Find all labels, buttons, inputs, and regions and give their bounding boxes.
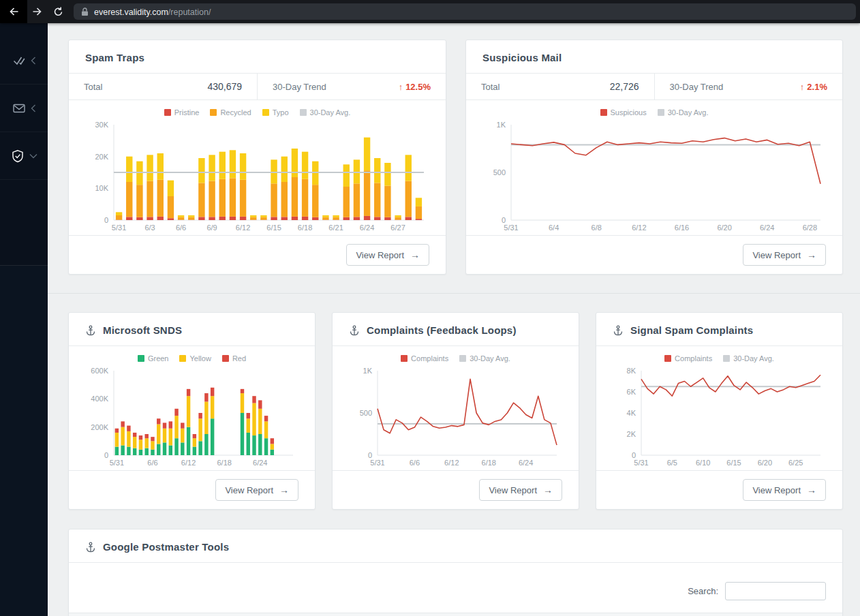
column-domain[interactable]: Domain ⇅ bbox=[69, 613, 239, 616]
trend-label: 30-Day Trend bbox=[670, 82, 724, 92]
chart-legend: Pristine Recycled Typo 30-Day Avg. bbox=[82, 108, 432, 117]
legend-label: Red bbox=[232, 354, 246, 363]
url-bar[interactable]: everest.validity.com/reputation/ bbox=[74, 3, 856, 20]
total-stat: Total 22,726 bbox=[466, 74, 654, 99]
spam-traps-card: Spam Traps Total 430,679 30-Day Trend ↑ … bbox=[68, 40, 446, 275]
stats-row: Total 22,726 30-Day Trend ↑ 2.1% bbox=[466, 74, 842, 100]
sidebar-item-mail[interactable] bbox=[0, 84, 48, 132]
view-report-button[interactable]: View Report → bbox=[479, 479, 562, 501]
legend-item: Yellow bbox=[179, 354, 211, 363]
legend-item: Complaints bbox=[401, 354, 448, 363]
svg-text:6/20: 6/20 bbox=[717, 224, 731, 232]
legend-label: Pristine bbox=[174, 108, 200, 117]
card-header: Suspicious Mail bbox=[466, 40, 842, 74]
card-header: Signal Spam Complaints bbox=[596, 313, 842, 346]
svg-text:6/16: 6/16 bbox=[675, 224, 689, 232]
chevron-down-icon bbox=[29, 153, 37, 159]
card-title: Signal Spam Complaints bbox=[630, 324, 753, 336]
forward-button[interactable] bbox=[27, 2, 48, 21]
envelope-icon bbox=[12, 102, 26, 115]
refresh-button[interactable] bbox=[48, 2, 68, 21]
signal-spam-card: Signal Spam Complaints Complaints 30-Day… bbox=[596, 312, 843, 510]
card-title: Suspicious Mail bbox=[482, 52, 562, 63]
chart-legend: Suspicious 30-Day Avg. bbox=[480, 108, 829, 117]
svg-text:6/27: 6/27 bbox=[390, 224, 405, 232]
svg-text:6/12: 6/12 bbox=[236, 224, 250, 232]
column-dkim[interactable]: DKIM ? ⇅ bbox=[510, 613, 588, 616]
svg-text:5/31: 5/31 bbox=[634, 459, 648, 467]
legend-item: 30-Day Avg. bbox=[300, 108, 351, 117]
postmaster-table: Domain ⇅ Reputation SPF ? bbox=[69, 613, 842, 616]
view-report-button[interactable]: View Report → bbox=[743, 244, 826, 266]
svg-text:600K: 600K bbox=[91, 367, 108, 375]
legend-item: Complaints bbox=[664, 354, 712, 363]
view-report-label: View Report bbox=[489, 485, 537, 495]
trend-value: ↑ 12.5% bbox=[399, 82, 431, 92]
legend-label: 30-Day Avg. bbox=[470, 354, 510, 363]
svg-text:5/31: 5/31 bbox=[504, 224, 518, 232]
card-footer: View Report → bbox=[596, 470, 842, 509]
view-report-label: View Report bbox=[356, 250, 404, 260]
svg-text:6/24: 6/24 bbox=[519, 459, 533, 467]
column-dmarc[interactable]: DMARC ? ⇅ bbox=[588, 613, 674, 616]
legend-item: 30-Day Avg. bbox=[459, 354, 510, 363]
svg-text:0: 0 bbox=[104, 216, 108, 224]
forward-arrow-icon bbox=[31, 5, 44, 18]
legend-item: Suspicious bbox=[600, 108, 647, 117]
url-path: /reputation/ bbox=[168, 7, 211, 17]
card-footer: View Report → bbox=[69, 235, 446, 274]
column-reputation: Reputation bbox=[239, 613, 435, 616]
svg-text:6K: 6K bbox=[627, 388, 636, 396]
sidebar-item-reputation[interactable] bbox=[0, 132, 48, 180]
sidebar-item-validation[interactable] bbox=[0, 37, 48, 84]
google-postmaster-card: Google Postmaster Tools Search: Domain bbox=[68, 529, 843, 616]
legend-swatch bbox=[600, 109, 607, 116]
lock-icon bbox=[81, 7, 89, 16]
legend-label: Yellow bbox=[189, 354, 211, 363]
legend-item: Green bbox=[138, 354, 169, 363]
card-header: Spam Traps bbox=[69, 40, 446, 74]
chevron-left-icon bbox=[31, 104, 36, 112]
stats-row: Total 430,679 30-Day Trend ↑ 12.5% bbox=[69, 74, 446, 100]
svg-text:6/24: 6/24 bbox=[760, 224, 774, 232]
svg-text:500: 500 bbox=[360, 409, 372, 417]
trend-up-icon: ↑ bbox=[800, 82, 805, 92]
trend-label: 30-Day Trend bbox=[273, 82, 326, 92]
svg-text:0: 0 bbox=[104, 451, 108, 459]
back-button[interactable] bbox=[0, 0, 27, 23]
sidebar bbox=[0, 23, 48, 616]
sidebar-nav bbox=[0, 23, 48, 266]
svg-text:1K: 1K bbox=[497, 121, 506, 129]
view-report-button[interactable]: View Report → bbox=[346, 244, 429, 266]
column-spf[interactable]: SPF ? ⇅ bbox=[435, 613, 510, 616]
card-title: Google Postmaster Tools bbox=[103, 541, 229, 553]
sidebar-lower-panel bbox=[0, 266, 48, 616]
svg-text:6/20: 6/20 bbox=[758, 459, 772, 467]
svg-text:6/18: 6/18 bbox=[298, 224, 312, 232]
legend-label: Complaints bbox=[411, 354, 448, 363]
svg-text:6/25: 6/25 bbox=[788, 459, 803, 467]
column-ip-warnings[interactable]: IP Warnings ? ⇅ bbox=[674, 613, 786, 616]
suspicious-mail-chart: 05001K5/316/46/86/126/166/206/246/28 bbox=[480, 119, 829, 234]
card-footer: View Report → bbox=[333, 470, 579, 509]
svg-text:5/31: 5/31 bbox=[110, 459, 124, 467]
view-report-label: View Report bbox=[752, 250, 801, 260]
search-label: Search: bbox=[688, 586, 718, 596]
svg-text:6/10: 6/10 bbox=[696, 459, 710, 467]
chart-area: Pristine Recycled Typo 30-Day Avg. 010K2… bbox=[69, 100, 446, 235]
svg-text:1K: 1K bbox=[363, 367, 373, 375]
svg-text:6/15: 6/15 bbox=[726, 459, 741, 467]
legend-label: Typo bbox=[273, 108, 289, 117]
search-input[interactable] bbox=[725, 582, 826, 600]
legend-swatch bbox=[401, 355, 408, 362]
card-footer: View Report → bbox=[466, 235, 842, 274]
trend-value: ↑ 2.1% bbox=[800, 82, 827, 92]
chevron-left-icon bbox=[31, 57, 36, 65]
view-report-button[interactable]: View Report → bbox=[743, 479, 826, 501]
view-report-button[interactable]: View Report → bbox=[215, 479, 298, 501]
legend-label: Complaints bbox=[675, 354, 712, 363]
signal-spam-chart: 02K4K6K8K5/316/56/106/156/206/25 bbox=[610, 365, 829, 469]
arrow-right-icon: → bbox=[543, 484, 553, 495]
svg-text:6/6: 6/6 bbox=[147, 459, 157, 467]
svg-text:5/31: 5/31 bbox=[370, 459, 384, 467]
